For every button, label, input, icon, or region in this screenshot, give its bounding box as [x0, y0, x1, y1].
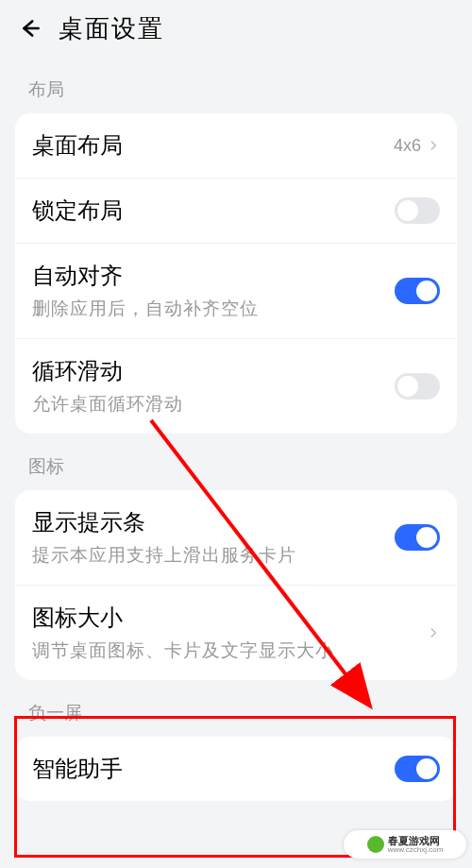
section-label-icons: 图标	[0, 434, 472, 490]
row-sub: 允许桌面循环滑动	[32, 392, 395, 417]
row-show-hint[interactable]: 显示提示条 提示本应用支持上滑出服务卡片	[15, 490, 457, 585]
row-sub: 提示本应用支持上滑出服务卡片	[32, 543, 395, 568]
watermark-brand: 春夏游戏网	[388, 835, 444, 846]
row-title: 锁定布局	[32, 196, 395, 226]
section-label-minus-one: 负一屏	[0, 680, 472, 737]
toggle-lock-layout[interactable]	[395, 197, 440, 224]
row-assistant[interactable]: 智能助手	[15, 737, 457, 801]
chevron-right-icon	[427, 626, 440, 639]
row-desktop-layout[interactable]: 桌面布局 4x6	[15, 113, 457, 178]
row-title: 自动对齐	[32, 261, 395, 291]
row-loop-scroll[interactable]: 循环滑动 允许桌面循环滑动	[15, 338, 457, 434]
header: 桌面设置	[0, 0, 472, 57]
row-sub: 删除应用后，自动补齐空位	[32, 297, 395, 321]
minus-one-card: 智能助手	[15, 737, 457, 801]
layout-card: 桌面布局 4x6 锁定布局 自动对齐 删除应用后，自动补齐空位 循环滑动 允许桌…	[15, 113, 457, 434]
toggle-assistant[interactable]	[395, 756, 440, 782]
chevron-right-icon	[427, 139, 440, 152]
row-title: 桌面布局	[32, 130, 394, 161]
row-title: 图标大小	[32, 603, 427, 633]
back-icon[interactable]	[17, 15, 43, 42]
row-title: 显示提示条	[32, 507, 395, 537]
row-auto-align[interactable]: 自动对齐 删除应用后，自动补齐空位	[15, 243, 457, 338]
row-lock-layout[interactable]: 锁定布局	[15, 178, 457, 243]
row-right: 4x6	[394, 136, 440, 156]
toggle-auto-align[interactable]	[395, 278, 440, 304]
section-label-layout: 布局	[0, 57, 472, 113]
watermark-url: www.czchxj.com	[388, 846, 444, 855]
row-title: 循环滑动	[32, 356, 395, 386]
toggle-loop-scroll[interactable]	[395, 373, 440, 400]
page-title: 桌面设置	[59, 12, 164, 45]
row-icon-size[interactable]: 图标大小 调节桌面图标、卡片及文字显示大小	[15, 585, 457, 680]
toggle-show-hint[interactable]	[395, 524, 440, 551]
watermark: 春夏游戏网 www.czchxj.com	[344, 830, 466, 859]
watermark-logo-icon	[367, 836, 384, 853]
row-value: 4x6	[394, 136, 421, 156]
row-sub: 调节桌面图标、卡片及文字显示大小	[32, 638, 427, 663]
icons-card: 显示提示条 提示本应用支持上滑出服务卡片 图标大小 调节桌面图标、卡片及文字显示…	[15, 490, 457, 680]
row-title: 智能助手	[32, 754, 395, 784]
